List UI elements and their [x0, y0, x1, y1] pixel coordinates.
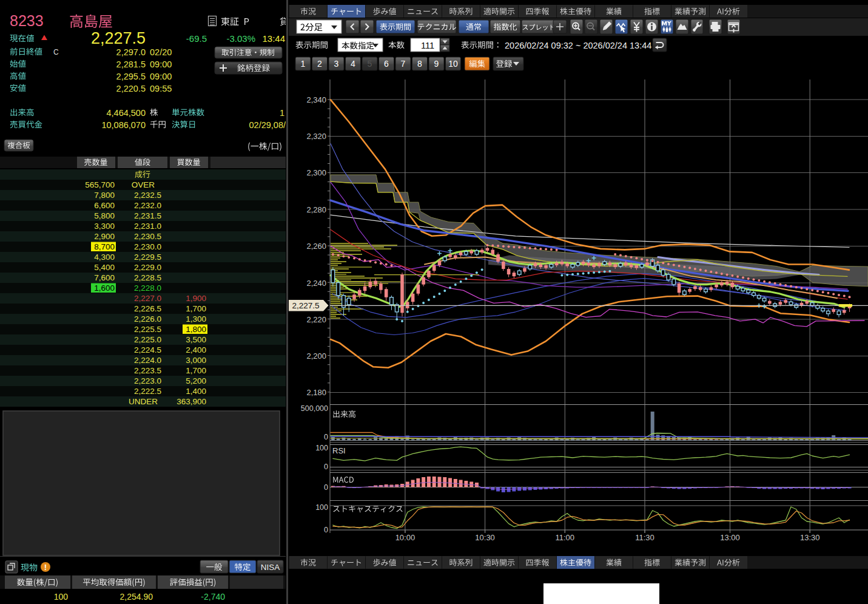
svg-text:09:00: 09:00 — [150, 72, 172, 81]
svg-text:1: 1 — [280, 108, 284, 118]
svg-text:5,200: 5,200 — [186, 376, 206, 385]
svg-text:0: 0 — [324, 433, 328, 441]
svg-text:13:00: 13:00 — [720, 533, 740, 542]
svg-text:2,281.5: 2,281.5 — [116, 59, 146, 69]
svg-text:2,300: 2,300 — [306, 168, 326, 177]
svg-text:2,280: 2,280 — [306, 205, 326, 214]
svg-text:2,223.5: 2,223.5 — [134, 366, 161, 375]
svg-text:2,229.0: 2,229.0 — [134, 263, 161, 272]
svg-text:1: 1 — [301, 59, 306, 69]
svg-text:3,300: 3,300 — [94, 222, 115, 231]
svg-text:1,900: 1,900 — [186, 294, 206, 303]
svg-text:2,225.5: 2,225.5 — [134, 325, 161, 334]
svg-text:-2,740: -2,740 — [201, 592, 225, 602]
svg-text:2,340: 2,340 — [306, 95, 326, 104]
svg-text:2026/02/24 09:32 ~ 2026/02/24: 2026/02/24 09:32 ~ 2026/02/24 13:44 — [505, 41, 651, 50]
svg-text:2,228.0: 2,228.0 — [134, 283, 161, 293]
svg-text:10:30: 10:30 — [475, 533, 495, 542]
svg-text:2,228.5: 2,228.5 — [134, 273, 161, 282]
svg-text:2,232.5: 2,232.5 — [134, 191, 161, 200]
svg-text:2,254.90: 2,254.90 — [120, 592, 153, 602]
svg-text:C: C — [53, 48, 59, 56]
svg-text:2,229.5: 2,229.5 — [134, 253, 161, 262]
svg-text:2,227.0: 2,227.0 — [134, 294, 161, 303]
svg-text:2,295.5: 2,295.5 — [116, 72, 146, 81]
svg-text:02/20: 02/20 — [150, 47, 172, 57]
svg-text:500,000: 500,000 — [301, 404, 328, 413]
svg-text:565,700: 565,700 — [85, 180, 115, 189]
svg-text:8,700: 8,700 — [94, 242, 115, 251]
svg-text:1,400: 1,400 — [186, 387, 206, 396]
svg-text:2,226.5: 2,226.5 — [134, 304, 161, 313]
svg-text:2,231.5: 2,231.5 — [134, 211, 161, 220]
svg-text:3: 3 — [334, 59, 339, 69]
svg-text:100: 100 — [315, 503, 328, 512]
svg-text:2,224.0: 2,224.0 — [134, 356, 161, 365]
svg-text:13:30: 13:30 — [800, 533, 820, 542]
svg-text:2,400: 2,400 — [186, 345, 206, 355]
svg-text:2,227.5: 2,227.5 — [292, 301, 319, 310]
svg-text:OVER: OVER — [132, 180, 155, 189]
svg-text:1,800: 1,800 — [186, 325, 206, 334]
svg-text:2,230.0: 2,230.0 — [134, 242, 161, 251]
svg-text:2,320: 2,320 — [306, 132, 326, 141]
svg-text:111: 111 — [421, 41, 434, 50]
svg-text:2,297.0: 2,297.0 — [116, 47, 146, 57]
svg-text:2: 2 — [317, 59, 322, 69]
svg-text:0: 0 — [324, 526, 328, 534]
svg-text:5,800: 5,800 — [94, 211, 115, 220]
svg-text:1,700: 1,700 — [186, 304, 206, 313]
svg-text:3,000: 3,000 — [186, 356, 206, 365]
svg-text:2,220.5: 2,220.5 — [116, 84, 146, 93]
svg-text:!: ! — [44, 563, 47, 572]
svg-text:2,240: 2,240 — [306, 279, 326, 288]
svg-text:2,224.5: 2,224.5 — [134, 345, 161, 355]
svg-text:2,230.5: 2,230.5 — [134, 232, 161, 241]
svg-text:09:55: 09:55 — [150, 84, 172, 93]
svg-text:363,900: 363,900 — [177, 397, 206, 406]
svg-text:2,223.0: 2,223.0 — [134, 376, 161, 385]
svg-text:10,086,070: 10,086,070 — [101, 120, 146, 130]
svg-text:-3.03%: -3.03% — [226, 33, 255, 44]
svg-text:6: 6 — [384, 59, 389, 69]
svg-text:7,800: 7,800 — [94, 191, 115, 200]
svg-text:10: 10 — [448, 59, 458, 69]
svg-text:4,464,500: 4,464,500 — [106, 108, 146, 118]
svg-text:RSI: RSI — [332, 446, 346, 455]
svg-text:1,300: 1,300 — [186, 314, 206, 324]
svg-text:1,700: 1,700 — [186, 366, 206, 375]
svg-text:02/29,08/: 02/29,08/ — [249, 120, 286, 130]
svg-text:5,400: 5,400 — [94, 263, 115, 272]
svg-text:11:00: 11:00 — [556, 533, 575, 542]
svg-text:9: 9 — [434, 59, 439, 69]
svg-text:2,226.0: 2,226.0 — [134, 314, 161, 324]
svg-text:NISA: NISA — [261, 563, 280, 572]
svg-text:0: 0 — [324, 463, 328, 471]
svg-text:11:30: 11:30 — [635, 533, 654, 542]
svg-text:2,220: 2,220 — [306, 315, 326, 324]
svg-text:8: 8 — [417, 59, 422, 69]
svg-text:0: 0 — [324, 483, 328, 492]
svg-text:5: 5 — [368, 59, 372, 69]
svg-text:2,231.0: 2,231.0 — [134, 222, 161, 231]
svg-text:2,222.5: 2,222.5 — [134, 387, 161, 396]
svg-text:2,900: 2,900 — [94, 232, 115, 241]
svg-text:4,300: 4,300 — [94, 253, 115, 262]
svg-text:2,260: 2,260 — [306, 242, 326, 251]
svg-text:100: 100 — [54, 592, 69, 602]
svg-text:2,227.5: 2,227.5 — [91, 29, 146, 47]
svg-text:2,232.0: 2,232.0 — [134, 201, 161, 210]
svg-text:13:44: 13:44 — [262, 33, 285, 44]
svg-text:100: 100 — [315, 444, 328, 452]
svg-text:2,180: 2,180 — [306, 388, 326, 397]
svg-text:4: 4 — [351, 59, 355, 69]
svg-text:1,600: 1,600 — [94, 283, 115, 293]
svg-text:2,225.0: 2,225.0 — [134, 335, 161, 344]
svg-text:7: 7 — [401, 59, 406, 69]
svg-text:-69.5: -69.5 — [186, 33, 207, 44]
svg-text:10:00: 10:00 — [395, 533, 415, 542]
svg-text:3,500: 3,500 — [186, 335, 206, 344]
svg-text:6,600: 6,600 — [94, 201, 115, 210]
svg-text:8233: 8233 — [10, 12, 44, 29]
svg-text:2,200: 2,200 — [306, 351, 326, 361]
